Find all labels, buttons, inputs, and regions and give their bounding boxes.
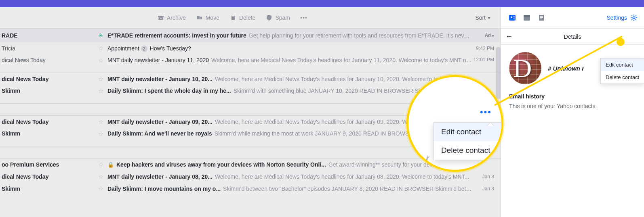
- star-icon[interactable]: ☆: [94, 185, 107, 192]
- preview: Welcome, here are Medical News Today's h…: [211, 57, 472, 63]
- subject: MNT daily newsletter - January 09, 20...: [107, 119, 213, 125]
- ad-label[interactable]: Ad ▾: [472, 33, 501, 38]
- svg-line-22: [631, 19, 632, 20]
- subject: MNT daily newsletter - January 08, 20...: [107, 173, 213, 180]
- sponsored-icon: ✳: [94, 32, 107, 39]
- timestamp: Jan 8: [472, 174, 501, 179]
- contact-context-menu: Edit contact Delete contact: [600, 58, 644, 84]
- contact-name: # Unknown r: [548, 65, 584, 72]
- message-row[interactable]: dical News Today☆MNT daily newsletter - …: [0, 54, 501, 73]
- message-content: 🔒Keep hackers and viruses away from your…: [107, 161, 472, 168]
- email-history-heading: Email history: [501, 88, 644, 102]
- sender: dical News Today: [0, 57, 94, 63]
- shield-icon: [266, 15, 272, 21]
- subject: Keep hackers and viruses away from your …: [116, 161, 326, 168]
- lock-icon: 🔒: [107, 162, 114, 168]
- right-toolbar: Settings: [501, 7, 644, 29]
- preview: Skimm'd with something blue JANUARY 10, …: [234, 88, 448, 94]
- svg-line-21: [636, 19, 636, 20]
- svg-rect-0: [158, 16, 164, 17]
- message-content: MNT daily newsletter - January 10, 20...…: [107, 76, 472, 82]
- move-button[interactable]: Move: [196, 15, 219, 21]
- ad-row[interactable]: RADE✳E*TRADE retirement accounts: Invest…: [0, 29, 501, 42]
- gear-icon: [630, 14, 638, 21]
- svg-rect-12: [540, 16, 543, 17]
- star-icon[interactable]: ☆: [94, 161, 107, 168]
- subject: MNT daily newsletter - January 11, 2020: [107, 57, 209, 63]
- star-icon[interactable]: ☆: [94, 57, 107, 64]
- chevron-down-icon: ▾: [488, 16, 490, 20]
- message-row[interactable]: dical News Today☆MNT daily newsletter - …: [0, 171, 501, 183]
- edit-contact-menuitem[interactable]: Edit contact: [601, 58, 644, 71]
- subject: Appointment: [107, 45, 139, 52]
- preview: Get award-winning** security for your de…: [328, 161, 458, 168]
- mail-list-pane: Archive Move Delete Spam: [0, 7, 501, 217]
- svg-rect-10: [524, 15, 530, 17]
- svg-rect-2: [160, 18, 162, 19]
- trash-icon: [230, 15, 236, 21]
- subject: MNT daily newsletter - January 10, 20...: [107, 76, 213, 82]
- subject: Daily Skimm: I spent the whole day in my…: [107, 88, 231, 94]
- thread-count-badge: 2: [141, 46, 147, 52]
- star-icon[interactable]: ☆: [94, 88, 107, 95]
- sender: Tricia: [0, 45, 94, 52]
- message-list: RADE✳E*TRADE retirement accounts: Invest…: [0, 29, 501, 195]
- spam-label: Spam: [275, 15, 290, 21]
- message-row[interactable]: Skimm☆Daily Skimm: I spent the whole day…: [0, 85, 501, 104]
- delete-contact-menuitem[interactable]: Delete contact: [601, 71, 644, 83]
- details-pane: Settings ← Details D # Unknown r Email h…: [501, 7, 644, 217]
- group-gap: [0, 146, 501, 159]
- mail-toolbar: Archive Move Delete Spam: [0, 7, 501, 29]
- spam-button[interactable]: Spam: [266, 15, 290, 21]
- message-row[interactable]: dical News Today☆MNT daily newsletter - …: [0, 73, 501, 85]
- message-row[interactable]: Tricia☆Appointment2How's Tuesday?9:43 PM: [0, 42, 501, 54]
- highlight-dot: [617, 38, 625, 46]
- preview: Welcome, here are Medical News Today's h…: [215, 76, 451, 82]
- scrollbar[interactable]: [496, 47, 501, 99]
- sender: RADE: [0, 32, 94, 39]
- star-icon[interactable]: ☆: [94, 45, 107, 52]
- svg-rect-1: [159, 17, 163, 20]
- svg-line-20: [631, 15, 632, 16]
- settings-button[interactable]: Settings: [606, 14, 638, 21]
- back-button[interactable]: ←: [501, 32, 517, 41]
- archive-icon: [158, 15, 164, 21]
- star-icon[interactable]: ☆: [94, 75, 107, 83]
- sender: dical News Today: [0, 119, 94, 125]
- avatar: D: [509, 52, 541, 84]
- preview: Skimm'd while making the most at work JA…: [215, 130, 446, 137]
- timestamp: Jan 8: [472, 186, 501, 192]
- message-row[interactable]: Skimm☆Daily Skimm: I move mountains on m…: [0, 183, 501, 195]
- preview: Skimm'd between two "Bachelor" episodes …: [223, 186, 472, 192]
- message-content: MNT daily newsletter - January 09, 20...…: [107, 119, 472, 125]
- more-button[interactable]: •••: [301, 15, 310, 21]
- star-icon[interactable]: ☆: [94, 118, 107, 125]
- message-content: Appointment2How's Tuesday?: [107, 45, 472, 52]
- star-icon[interactable]: ☆: [94, 173, 107, 180]
- message-row[interactable]: dical News Today☆MNT daily newsletter - …: [0, 116, 501, 128]
- svg-rect-4: [232, 17, 235, 20]
- delete-button[interactable]: Delete: [230, 15, 255, 21]
- group-gap: [0, 104, 501, 116]
- star-icon[interactable]: ☆: [94, 130, 107, 138]
- svg-point-6: [511, 17, 512, 18]
- sender: Skimm: [0, 186, 94, 192]
- sender: dical News Today: [0, 173, 94, 180]
- calendar-tab-icon[interactable]: [522, 13, 532, 23]
- contacts-tab-icon[interactable]: [507, 13, 517, 23]
- message-row[interactable]: Skimm☆Daily Skimm: And we'll never be ro…: [0, 128, 501, 146]
- sender: oo Premium Services: [0, 161, 94, 168]
- message-content: Daily Skimm: I spent the whole day in my…: [107, 88, 472, 94]
- sender: Skimm: [0, 88, 94, 94]
- archive-button[interactable]: Archive: [158, 15, 186, 21]
- notes-tab-icon[interactable]: [537, 13, 546, 23]
- svg-rect-8: [513, 18, 515, 18]
- sort-label: Sort: [475, 15, 486, 21]
- sort-button[interactable]: Sort ▾: [475, 15, 490, 21]
- preview: Welcome, here are Medical News Today's h…: [215, 119, 438, 125]
- svg-rect-3: [231, 16, 235, 17]
- more-horizontal-icon: •••: [301, 15, 307, 21]
- avatar-letter: D: [513, 54, 532, 83]
- move-label: Move: [206, 15, 219, 21]
- message-row[interactable]: oo Premium Services☆🔒Keep hackers and vi…: [0, 159, 501, 171]
